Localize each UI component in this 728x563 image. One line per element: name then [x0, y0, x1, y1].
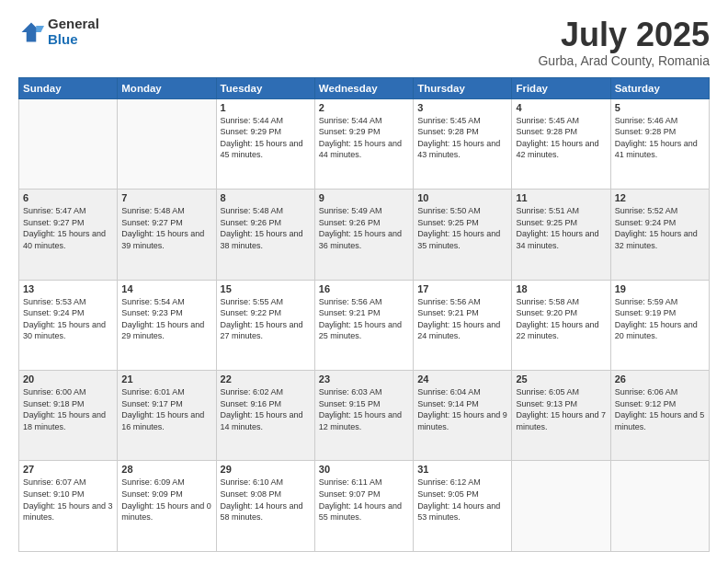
day-number: 23	[319, 373, 409, 385]
cell-info: Sunrise: 6:10 AM Sunset: 9:08 PM Dayligh…	[221, 477, 311, 523]
day-number: 10	[417, 192, 507, 203]
month-title: July 2025	[538, 17, 710, 53]
table-row: 19Sunrise: 5:59 AM Sunset: 9:19 PM Dayli…	[610, 280, 709, 370]
table-row: 28Sunrise: 6:09 AM Sunset: 9:09 PM Dayli…	[118, 461, 216, 552]
svg-marker-1	[36, 26, 44, 32]
day-number: 19	[615, 283, 705, 294]
logo-blue-text: Blue	[48, 32, 99, 48]
table-row: 2Sunrise: 5:44 AM Sunset: 9:29 PM Daylig…	[314, 98, 413, 189]
table-row: 5Sunrise: 5:46 AM Sunset: 9:28 PM Daylig…	[610, 98, 709, 189]
day-number: 31	[417, 464, 507, 475]
table-row: 16Sunrise: 5:56 AM Sunset: 9:21 PM Dayli…	[314, 280, 413, 370]
cell-info: Sunrise: 6:11 AM Sunset: 9:07 PM Dayligh…	[319, 477, 409, 523]
day-number: 28	[121, 464, 211, 475]
table-row: 12Sunrise: 5:52 AM Sunset: 9:24 PM Dayli…	[610, 190, 709, 280]
cell-info: Sunrise: 5:47 AM Sunset: 9:27 PM Dayligh…	[23, 205, 113, 251]
table-row: 9Sunrise: 5:49 AM Sunset: 9:26 PM Daylig…	[314, 190, 413, 280]
table-row: 6Sunrise: 5:47 AM Sunset: 9:27 PM Daylig…	[19, 190, 118, 280]
cell-info: Sunrise: 5:48 AM Sunset: 9:27 PM Dayligh…	[121, 205, 211, 251]
day-number: 21	[121, 373, 211, 385]
cell-info: Sunrise: 5:59 AM Sunset: 9:19 PM Dayligh…	[615, 296, 705, 342]
day-number: 4	[516, 102, 606, 113]
day-number: 25	[516, 373, 606, 385]
page: General Blue July 2025 Gurba, Arad Count…	[0, 0, 728, 563]
table-row	[19, 98, 118, 189]
table-row: 13Sunrise: 5:53 AM Sunset: 9:24 PM Dayli…	[19, 280, 118, 370]
table-row	[118, 98, 216, 189]
table-row: 26Sunrise: 6:06 AM Sunset: 9:12 PM Dayli…	[610, 371, 709, 461]
location: Gurba, Arad County, Romania	[538, 53, 710, 68]
calendar-table: Sunday Monday Tuesday Wednesday Thursday…	[18, 77, 710, 552]
calendar-week-row: 1Sunrise: 5:44 AM Sunset: 9:29 PM Daylig…	[19, 98, 710, 189]
table-row: 8Sunrise: 5:48 AM Sunset: 9:26 PM Daylig…	[216, 190, 314, 280]
table-row: 31Sunrise: 6:12 AM Sunset: 9:05 PM Dayli…	[414, 461, 512, 552]
table-row: 10Sunrise: 5:50 AM Sunset: 9:25 PM Dayli…	[414, 190, 512, 280]
calendar-week-row: 6Sunrise: 5:47 AM Sunset: 9:27 PM Daylig…	[19, 190, 710, 280]
day-number: 7	[121, 192, 211, 203]
table-row: 4Sunrise: 5:45 AM Sunset: 9:28 PM Daylig…	[512, 98, 610, 189]
cell-info: Sunrise: 5:44 AM Sunset: 9:29 PM Dayligh…	[319, 115, 409, 161]
day-number: 1	[221, 102, 311, 113]
cell-info: Sunrise: 6:02 AM Sunset: 9:16 PM Dayligh…	[221, 386, 311, 432]
table-row: 23Sunrise: 6:03 AM Sunset: 9:15 PM Dayli…	[314, 371, 413, 461]
day-number: 29	[221, 464, 311, 475]
day-number: 9	[319, 192, 409, 203]
day-number: 24	[417, 373, 507, 385]
cell-info: Sunrise: 6:00 AM Sunset: 9:18 PM Dayligh…	[23, 386, 113, 432]
table-row	[610, 461, 709, 552]
table-row: 1Sunrise: 5:44 AM Sunset: 9:29 PM Daylig…	[216, 98, 314, 189]
day-number: 14	[121, 283, 211, 294]
day-number: 8	[221, 192, 311, 203]
cell-info: Sunrise: 5:48 AM Sunset: 9:26 PM Dayligh…	[221, 205, 311, 251]
cell-info: Sunrise: 5:56 AM Sunset: 9:21 PM Dayligh…	[319, 296, 409, 342]
day-number: 26	[615, 373, 705, 385]
cell-info: Sunrise: 6:09 AM Sunset: 9:09 PM Dayligh…	[121, 477, 211, 523]
logo: General Blue	[18, 17, 99, 47]
cell-info: Sunrise: 6:12 AM Sunset: 9:05 PM Dayligh…	[417, 477, 507, 523]
cell-info: Sunrise: 6:06 AM Sunset: 9:12 PM Dayligh…	[615, 386, 705, 432]
day-number: 11	[516, 192, 606, 203]
cell-info: Sunrise: 6:05 AM Sunset: 9:13 PM Dayligh…	[516, 386, 606, 432]
table-row: 18Sunrise: 5:58 AM Sunset: 9:20 PM Dayli…	[512, 280, 610, 370]
cell-info: Sunrise: 5:54 AM Sunset: 9:23 PM Dayligh…	[121, 296, 211, 342]
table-row: 17Sunrise: 5:56 AM Sunset: 9:21 PM Dayli…	[414, 280, 512, 370]
day-number: 13	[23, 283, 113, 294]
logo-icon	[18, 19, 44, 45]
calendar-week-row: 27Sunrise: 6:07 AM Sunset: 9:10 PM Dayli…	[19, 461, 710, 552]
day-number: 6	[23, 192, 113, 203]
logo-general-text: General	[48, 17, 99, 32]
day-number: 2	[319, 102, 409, 113]
day-number: 3	[417, 102, 507, 113]
header-tuesday: Tuesday	[216, 77, 314, 98]
cell-info: Sunrise: 5:55 AM Sunset: 9:22 PM Dayligh…	[221, 296, 311, 342]
cell-info: Sunrise: 5:53 AM Sunset: 9:24 PM Dayligh…	[23, 296, 113, 342]
table-row: 30Sunrise: 6:11 AM Sunset: 9:07 PM Dayli…	[314, 461, 413, 552]
cell-info: Sunrise: 5:45 AM Sunset: 9:28 PM Dayligh…	[417, 115, 507, 161]
table-row: 15Sunrise: 5:55 AM Sunset: 9:22 PM Dayli…	[216, 280, 314, 370]
table-row: 3Sunrise: 5:45 AM Sunset: 9:28 PM Daylig…	[414, 98, 512, 189]
table-row: 7Sunrise: 5:48 AM Sunset: 9:27 PM Daylig…	[118, 190, 216, 280]
cell-info: Sunrise: 5:44 AM Sunset: 9:29 PM Dayligh…	[221, 115, 311, 161]
table-row: 27Sunrise: 6:07 AM Sunset: 9:10 PM Dayli…	[19, 461, 118, 552]
day-number: 18	[516, 283, 606, 294]
cell-info: Sunrise: 5:49 AM Sunset: 9:26 PM Dayligh…	[319, 205, 409, 251]
table-row: 11Sunrise: 5:51 AM Sunset: 9:25 PM Dayli…	[512, 190, 610, 280]
cell-info: Sunrise: 6:07 AM Sunset: 9:10 PM Dayligh…	[23, 477, 113, 523]
calendar-week-row: 13Sunrise: 5:53 AM Sunset: 9:24 PM Dayli…	[19, 280, 710, 370]
table-row	[512, 461, 610, 552]
cell-info: Sunrise: 5:52 AM Sunset: 9:24 PM Dayligh…	[615, 205, 705, 251]
header-monday: Monday	[118, 77, 216, 98]
table-row: 29Sunrise: 6:10 AM Sunset: 9:08 PM Dayli…	[216, 461, 314, 552]
day-number: 30	[319, 464, 409, 475]
calendar-header-row: Sunday Monday Tuesday Wednesday Thursday…	[19, 77, 710, 98]
title-block: July 2025 Gurba, Arad County, Romania	[538, 17, 710, 68]
cell-info: Sunrise: 5:46 AM Sunset: 9:28 PM Dayligh…	[615, 115, 705, 161]
cell-info: Sunrise: 5:50 AM Sunset: 9:25 PM Dayligh…	[417, 205, 507, 251]
cell-info: Sunrise: 5:56 AM Sunset: 9:21 PM Dayligh…	[417, 296, 507, 342]
table-row: 21Sunrise: 6:01 AM Sunset: 9:17 PM Dayli…	[118, 371, 216, 461]
day-number: 17	[417, 283, 507, 294]
cell-info: Sunrise: 5:58 AM Sunset: 9:20 PM Dayligh…	[516, 296, 606, 342]
header-saturday: Saturday	[610, 77, 709, 98]
table-row: 14Sunrise: 5:54 AM Sunset: 9:23 PM Dayli…	[118, 280, 216, 370]
day-number: 20	[23, 373, 113, 385]
